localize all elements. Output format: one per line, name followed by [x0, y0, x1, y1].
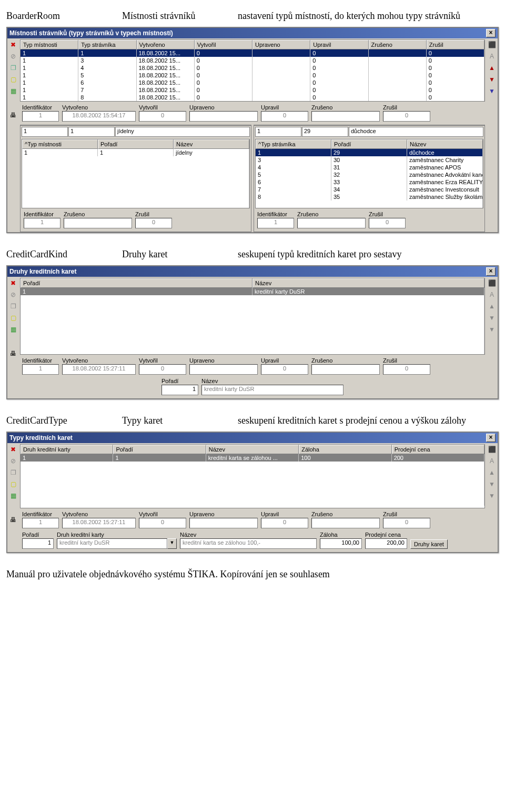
cancel-icon[interactable]: ⊘ — [8, 52, 18, 61]
edit-input[interactable]: 100,00 — [320, 538, 362, 549]
table-row[interactable]: 330zaměstnanec Charity — [256, 156, 483, 164]
font-icon[interactable]: A — [487, 290, 497, 299]
column-header[interactable]: Vytvořeno — [137, 40, 195, 49]
edit-input[interactable]: kreditní karta se zálohou 100,- — [180, 538, 317, 549]
table-row[interactable]: 1718.08.2002 15...000 — [21, 86, 484, 94]
chevron-down-icon[interactable]: ▼ — [487, 325, 497, 334]
column-header[interactable]: Upraveno — [252, 40, 310, 49]
link-icon[interactable]: ▦ — [8, 325, 18, 334]
copy-icon[interactable]: ❐ — [8, 302, 18, 311]
link-icon[interactable]: ▦ — [8, 86, 18, 96]
cancel-icon[interactable]: ⊘ — [8, 456, 18, 466]
delete-icon[interactable]: ✖ — [8, 278, 18, 288]
column-header[interactable]: Zrušil — [427, 40, 484, 49]
edit-input[interactable]: kreditní karty DuSR — [201, 385, 344, 395]
print-icon[interactable]: 🖶 — [8, 111, 18, 120]
delete-icon[interactable]: ✖ — [8, 40, 18, 49]
arrow-down-icon[interactable]: ▼ — [487, 75, 497, 84]
bookmark-icon[interactable]: ⬛ — [487, 445, 497, 454]
filter-input[interactable]: důchodce — [349, 127, 483, 137]
print-icon[interactable]: 🖶 — [8, 515, 18, 525]
filter-input[interactable]: 1 — [255, 127, 301, 137]
right-grid[interactable]: ^Typ strávníkaPořadíNázev 129důchodce330… — [255, 139, 483, 208]
filter-input[interactable]: 1 — [22, 127, 68, 137]
new-icon[interactable]: ▢ — [8, 75, 18, 84]
filter-input[interactable]: 1 — [68, 127, 115, 137]
arrow-up-icon[interactable]: ▲ — [487, 468, 497, 477]
table-row[interactable]: 431zaměstnanec APOS — [256, 164, 483, 171]
new-icon[interactable]: ▢ — [8, 313, 18, 323]
column-header[interactable]: Upravil — [310, 40, 368, 49]
main-grid[interactable]: Typ místnostiTyp strávníkaVytvořenoVytvo… — [20, 39, 485, 102]
font-icon[interactable]: A — [487, 456, 497, 466]
table-row[interactable]: 835zaměstnanec Služby školám — [256, 193, 483, 201]
readonly-field: 1 — [257, 218, 294, 228]
readonly-field: 0 — [139, 364, 186, 375]
table-row[interactable]: 1818.08.2002 15...000 — [21, 94, 484, 101]
field: Vytvořil0 — [139, 104, 186, 122]
chevron-down-icon[interactable]: ▼ — [167, 538, 177, 549]
close-icon[interactable]: × — [486, 267, 496, 276]
column-header[interactable]: Název — [252, 278, 484, 288]
druhy-karet-button[interactable]: Druhy karet — [410, 539, 448, 549]
arrow-down-icon[interactable]: ▼ — [487, 479, 497, 489]
main-grid[interactable]: Druh kreditní kartyPořadíNázevZálohaProd… — [20, 444, 485, 508]
filter-input[interactable]: 29 — [302, 127, 348, 137]
arrow-up-icon[interactable]: ▲ — [487, 63, 497, 73]
column-header[interactable]: Název — [407, 139, 483, 149]
column-header[interactable]: Pořadí — [113, 445, 206, 454]
table-row[interactable]: 1kreditní karty DuSR — [21, 288, 484, 295]
table-row[interactable]: 1618.08.2002 15...000 — [21, 79, 484, 86]
chevron-down-icon[interactable]: ▼ — [487, 86, 497, 96]
column-header[interactable]: Pořadí — [331, 139, 407, 149]
delete-icon[interactable]: ✖ — [8, 445, 18, 454]
font-icon[interactable]: A — [487, 52, 497, 61]
table-row[interactable]: 633zaměstnanec Erza REALITY — [256, 178, 483, 186]
table-row[interactable]: 1518.08.2002 15...000 — [21, 72, 484, 79]
column-header[interactable]: Typ strávníka — [78, 40, 136, 49]
copy-icon[interactable]: ❐ — [8, 468, 18, 477]
left-grid[interactable]: ^Typ místnostiPořadíNázev 11jídelny — [22, 139, 250, 208]
table-row[interactable]: 532zaměstnanec Advokátní kancel... — [256, 171, 483, 178]
table-row[interactable]: 1118.08.2002 15...000 — [21, 49, 484, 57]
edit-input[interactable]: 1 — [161, 385, 198, 395]
edit-input[interactable]: 200,00 — [365, 538, 407, 549]
column-header[interactable]: ^Typ strávníka — [256, 139, 331, 149]
close-icon[interactable]: × — [486, 29, 496, 37]
column-header[interactable]: Pořadí — [21, 278, 252, 288]
edit-input[interactable]: 1 — [22, 538, 54, 549]
table-row[interactable]: 1418.08.2002 15...000 — [21, 64, 484, 72]
link-icon[interactable]: ▦ — [8, 491, 18, 500]
column-header[interactable]: Zrušeno — [369, 40, 427, 49]
column-header[interactable]: Typ místnosti — [21, 40, 78, 49]
table-row[interactable]: 129důchodce — [256, 149, 483, 156]
close-icon[interactable]: × — [486, 434, 496, 442]
main-grid[interactable]: PořadíNázev 1kreditní karty DuSR — [20, 278, 485, 355]
column-header[interactable]: Záloha — [299, 445, 391, 454]
column-header[interactable]: Prodejní cena — [392, 445, 484, 454]
arrow-up-icon[interactable]: ▲ — [487, 302, 497, 311]
column-header[interactable]: Vytvořil — [195, 40, 252, 49]
column-header[interactable]: ^Typ místnosti — [22, 139, 98, 149]
table-row[interactable]: 1318.08.2002 15...000 — [21, 57, 484, 64]
field: Identifikátor1 — [257, 211, 294, 228]
copy-icon[interactable]: ❐ — [8, 63, 18, 73]
table-row[interactable]: 11kreditní karta se zálohou ...100200 — [21, 454, 484, 462]
new-icon[interactable]: ▢ — [8, 479, 18, 489]
column-header[interactable]: Název — [174, 139, 249, 149]
print-icon[interactable]: 🖶 — [8, 349, 18, 358]
column-header[interactable]: Druh kreditní karty — [21, 445, 113, 454]
column-header[interactable]: Pořadí — [98, 139, 174, 149]
bookmark-icon[interactable]: ⬛ — [487, 278, 497, 288]
field: Zrušil0 — [369, 211, 406, 228]
column-header[interactable]: Název — [206, 445, 299, 454]
readonly-field — [311, 111, 380, 122]
arrow-down-icon[interactable]: ▼ — [487, 313, 497, 323]
cancel-icon[interactable]: ⊘ — [8, 290, 18, 299]
combo-input[interactable]: kreditní karty DuSR — [57, 538, 167, 549]
chevron-down-icon[interactable]: ▼ — [487, 491, 497, 500]
filter-input[interactable]: jídelny — [115, 127, 250, 137]
table-row[interactable]: 734zaměstnanec Investconsult — [256, 186, 483, 193]
table-row[interactable]: 11jídelny — [22, 149, 249, 156]
bookmark-icon[interactable]: ⬛ — [487, 40, 497, 49]
